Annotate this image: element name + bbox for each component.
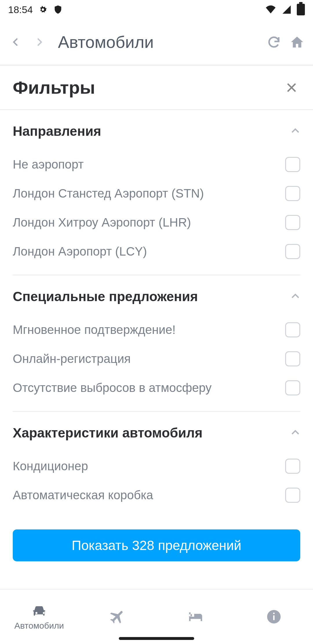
bed-icon xyxy=(186,608,205,625)
bottom-nav: Автомобили xyxy=(0,589,313,644)
checkbox[interactable] xyxy=(285,488,300,503)
refresh-button[interactable] xyxy=(264,32,284,52)
shield-icon xyxy=(53,5,63,15)
chevron-up-icon xyxy=(290,428,300,438)
checkbox[interactable] xyxy=(285,157,300,172)
svg-rect-3 xyxy=(273,615,275,620)
show-results-button[interactable]: Показать 328 предложений xyxy=(13,529,300,561)
home-button[interactable] xyxy=(287,32,307,52)
filter-option[interactable]: Онлайн-регистрация xyxy=(13,344,300,373)
chevron-up-icon xyxy=(290,126,300,136)
chevron-right-icon xyxy=(34,37,44,47)
section-title: Характеристики автомобиля xyxy=(13,425,203,441)
option-label: Автоматическая коробка xyxy=(13,488,153,502)
status-time: 18:54 xyxy=(8,4,33,15)
info-icon xyxy=(266,609,282,625)
option-label: Мгновенное подтверждение! xyxy=(13,323,176,337)
option-label: Лондон Хитроу Аэропорт (LHR) xyxy=(13,216,191,229)
status-left: 18:54 xyxy=(8,4,63,15)
chevron-left-icon xyxy=(11,37,21,47)
app-header: Автомобили xyxy=(0,19,313,66)
option-label: Лондон Аэропорт (LCY) xyxy=(13,245,147,258)
filter-option[interactable]: Автоматическая коробка xyxy=(13,481,300,510)
cta-wrap: Показать 328 предложений xyxy=(13,529,300,561)
filter-option[interactable]: Мгновенное подтверждение! xyxy=(13,315,300,344)
filter-option[interactable]: Лондон Хитроу Аэропорт (LHR) xyxy=(13,208,300,237)
checkbox[interactable] xyxy=(285,380,300,395)
option-label: Лондон Станстед Аэропорт (STN) xyxy=(13,187,204,200)
refresh-icon xyxy=(267,35,281,49)
close-button[interactable] xyxy=(283,79,300,96)
option-label: Онлайн-регистрация xyxy=(13,352,131,366)
section-header[interactable]: Специальные предложения xyxy=(13,275,300,315)
gesture-bar xyxy=(119,637,194,640)
filter-option[interactable]: Кондиционер xyxy=(13,452,300,481)
section-header[interactable]: Направления xyxy=(13,110,300,150)
option-label: Отсутствие выбросов в атмосферу xyxy=(13,381,212,395)
nav-info[interactable] xyxy=(235,589,313,644)
nav-label: Автомобили xyxy=(14,621,64,631)
section-title: Направления xyxy=(13,123,101,139)
filter-option[interactable]: Лондон Станстед Аэропорт (STN) xyxy=(13,179,300,208)
checkbox[interactable] xyxy=(285,322,300,337)
section-directions: Направления Не аэропорт Лондон Станстед … xyxy=(0,110,313,275)
status-right xyxy=(265,4,305,15)
car-icon xyxy=(30,603,48,619)
close-icon xyxy=(285,81,298,94)
back-button[interactable] xyxy=(6,32,26,52)
filter-option[interactable]: Лондон Аэропорт (LCY) xyxy=(13,237,300,266)
filter-option[interactable]: Не аэропорт xyxy=(13,150,300,179)
filters-header: Фильтры xyxy=(0,66,313,110)
page-title: Автомобили xyxy=(58,32,261,52)
home-icon xyxy=(290,35,304,49)
status-bar: 18:54 xyxy=(0,0,313,19)
cell-signal-icon xyxy=(282,5,292,15)
wifi-icon xyxy=(265,5,276,15)
checkbox[interactable] xyxy=(285,244,300,259)
checkbox[interactable] xyxy=(285,215,300,230)
checkbox[interactable] xyxy=(285,459,300,474)
airplane-icon xyxy=(109,608,126,625)
nav-flights[interactable] xyxy=(78,589,156,644)
nav-cars[interactable]: Автомобили xyxy=(0,589,78,644)
forward-button[interactable] xyxy=(29,32,49,52)
nav-hotels[interactable] xyxy=(156,589,235,644)
section-special: Специальные предложения Мгновенное подтв… xyxy=(0,275,313,412)
checkbox[interactable] xyxy=(285,186,300,201)
checkbox[interactable] xyxy=(285,351,300,366)
gear-icon xyxy=(38,5,48,15)
section-title: Специальные предложения xyxy=(13,289,198,304)
option-label: Не аэропорт xyxy=(13,158,84,171)
battery-icon xyxy=(297,4,305,15)
chevron-up-icon xyxy=(290,292,300,301)
filter-option[interactable]: Отсутствие выбросов в атмосферу xyxy=(13,373,300,402)
option-label: Кондиционер xyxy=(13,459,88,473)
filters-scroll[interactable]: Направления Не аэропорт Лондон Станстед … xyxy=(0,110,313,580)
svg-rect-4 xyxy=(273,613,275,614)
filters-title: Фильтры xyxy=(13,77,95,98)
section-header[interactable]: Характеристики автомобиля xyxy=(13,412,300,452)
